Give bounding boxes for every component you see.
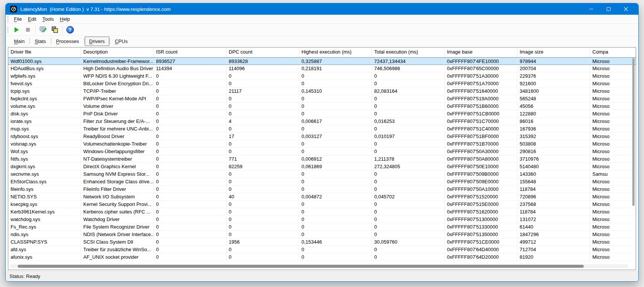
cell: 0 [154,178,226,185]
table-row[interactable]: watchdog.sysWatchdog Driver00000xFFFFF80… [8,216,636,223]
app-window: LatencyMon (Home Edition ) v 7.31 - http… [5,3,639,282]
cell: 0,045702 [372,193,445,200]
table-row[interactable]: volume.sysVolume driver00000xFFFFF807'51… [8,103,636,110]
minimize-icon [589,7,594,11]
cell: WFP NDIS 6.30 Lightweight F... [81,72,154,80]
table-row[interactable]: tcpip.sysTCP/IP-Treiber0211170,14531082,… [8,87,636,95]
column-header-company[interactable]: Compa [590,48,636,57]
table-row[interactable]: disk.sysPnP Disk Driver00000xFFFFF807'51… [8,110,636,118]
cell: EhStorClass.sys [8,178,81,185]
table-row[interactable]: ksecpkg.sysKernel Security Support Provi… [8,201,636,208]
cell: 0 [154,110,226,117]
stop-icon [24,26,31,33]
cell: 0 [372,170,445,178]
table-row[interactable]: volsnap.sysVolumeschattenkopie-Treiber00… [8,140,636,148]
horizontal-scrollbar-thumb[interactable] [18,265,584,268]
tab-cpus[interactable]: CPUs [110,37,132,46]
close-button[interactable] [617,3,635,15]
cell: 114096 [226,65,299,72]
cell: Microso [590,231,636,238]
status-bar: Status: Ready [6,271,638,281]
cell: afunix.sys [8,253,81,261]
cell: Wof.sys [8,148,81,155]
vertical-scrollbar-thumb[interactable] [632,58,635,206]
table-row[interactable]: dxgkrnl.sysDirectX Graphics Kernel082259… [8,163,636,170]
cell: 0xFFFFF807'51620000 [445,208,517,215]
column-header-image-size[interactable]: Image size [517,48,590,57]
table-row[interactable]: wfplwfs.sysWFP NDIS 6.30 Lightweight F..… [8,72,636,80]
table-row[interactable]: afd.sysTreiber für zusätzliche WinSo...0… [8,246,636,253]
table-row[interactable]: EhStorClass.sysEnhanced Storage Class dr… [8,178,636,186]
cell: 0xFFFFF807'51A30000 [445,72,517,80]
title-bar[interactable]: LatencyMon (Home Edition ) v 7.31 - http… [6,3,638,15]
tab-page-drivers: Driver file Description ISR count DPC co… [6,46,638,271]
menu-file[interactable]: File [11,15,25,23]
column-header-highest-execution[interactable]: Highest execution (ms) [299,48,372,57]
cell: Microso [590,80,636,87]
table-row[interactable]: NETIO.SYSNetwork I/O Subsystem0400,00487… [8,193,636,201]
cell: 0,016253 [372,118,445,125]
cell: 0 [154,238,226,246]
table-row[interactable]: ndis.sysNDIS (Network Driver Interface..… [8,231,636,238]
maximize-button[interactable] [600,3,617,15]
cell: Microso [590,133,636,140]
system-report-button[interactable] [38,25,49,35]
help-button[interactable]: ? [65,25,75,35]
table-header: Driver file Description ISR count DPC co… [8,48,636,57]
cell: Enhanced Storage Class drive... [81,178,154,185]
cell: iorate.sys [8,118,81,125]
vertical-scrollbar[interactable] [632,57,635,263]
table-row[interactable]: Kerb3961Kernel.sysKerberos cipher suites… [8,208,636,216]
column-header-isr-count[interactable]: ISR count [154,48,226,57]
cell: 0 [299,125,372,132]
cell: 0 [226,72,299,80]
table-row[interactable]: secnvme.sysSamsung NVM Express Stor...00… [8,170,636,178]
column-header-driver-file[interactable]: Driver file [8,48,81,57]
table-row[interactable]: Ntfs.sysNT-Dateisystemtreiber07710,00691… [8,155,636,163]
cell: Kernel Security Support Provi... [81,201,154,208]
cell: 0xFFFFF807'509B0000 [445,170,517,178]
table-row[interactable]: CLASSPNP.SYSSCSI Class System Dll019560,… [8,238,636,246]
stop-monitor-button[interactable] [23,25,33,35]
menu-edit[interactable]: Edit [25,15,39,23]
tab-main[interactable]: Main [9,37,29,46]
tab-stats[interactable]: Stats [30,37,50,46]
cell: 0 [226,125,299,132]
cell: 0 [299,170,372,178]
table-row[interactable]: afunix.sysAF_UNIX socket provider00000xF… [8,253,636,261]
menu-tools[interactable]: Tools [39,15,57,23]
cell: Microso [590,246,636,253]
table-row[interactable]: HDAudBus.sysHigh Definition Audio Bus Dr… [8,65,636,72]
horizontal-scrollbar[interactable] [9,264,628,268]
start-monitor-button[interactable] [11,25,22,35]
column-header-description[interactable]: Description [81,48,154,57]
tab-processes[interactable]: Processes [52,37,84,46]
table-row[interactable]: fvevol.sysBitLocker Drive Encryption Dri… [8,80,636,87]
table-row[interactable]: Wdf01000.sysKernelmodustreiber-Framewor.… [8,57,636,65]
minimize-button[interactable] [583,3,600,15]
cell: tcpip.sys [8,87,81,95]
cell: 0 [154,163,226,170]
cell: 114394 [154,65,226,72]
cell: 8933628 [226,58,299,64]
cell: 0 [299,178,372,185]
column-header-image-base[interactable]: Image base [445,48,517,57]
cell: rdyboost.sys [8,133,81,140]
column-header-total-execution[interactable]: Total execution (ms) [372,48,445,57]
menu-help[interactable]: Help [57,15,73,23]
column-header-dpc-count[interactable]: DPC count [226,48,299,57]
table-row[interactable]: mup.sysTreiber für mehrere UNC-Anbi...00… [8,125,636,133]
table-row[interactable]: iorate.sysFilter zur Steuerung der E/A-.… [8,118,636,125]
cell: 0 [299,95,372,102]
table-row[interactable]: Fs_Rec.sysFile System Recognizer Driver0… [8,223,636,231]
cell: 0 [154,193,226,200]
table-row[interactable]: Wof.sysWindows-Überlappungsfilter00000xF… [8,148,636,155]
windows-layers-icon [51,26,58,34]
tab-drivers[interactable]: Drivers [85,37,109,46]
windows-view-button[interactable] [49,25,60,35]
table-row[interactable]: fileinfo.sysFileInfo Filter Driver00000x… [8,186,636,193]
cell: 0 [372,186,445,193]
table-row[interactable]: fwpkclnt.sysFWP/IPsec Kernel-Mode API000… [8,95,636,103]
cell: 0 [226,170,299,178]
table-row[interactable]: rdyboost.sysReadyBoost Driver0170,003127… [8,133,636,140]
